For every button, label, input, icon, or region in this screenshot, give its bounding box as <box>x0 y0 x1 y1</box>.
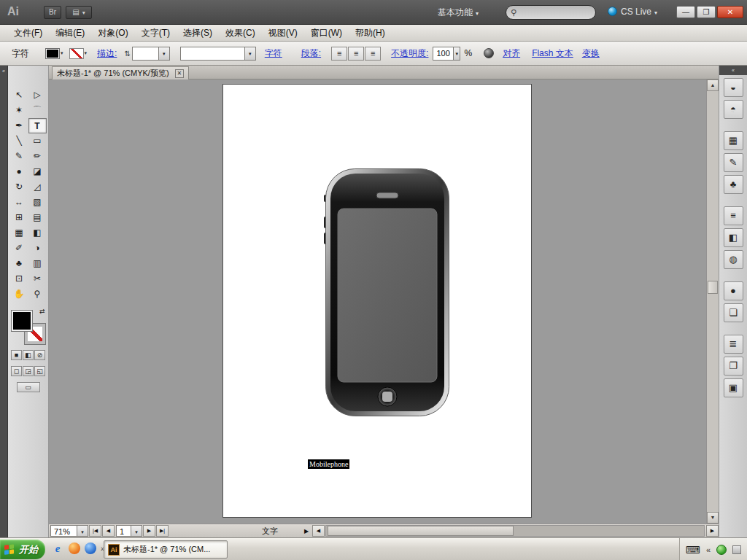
gradient-tool[interactable]: ◧ <box>28 225 47 241</box>
align-left-button[interactable]: ≡ <box>331 47 347 61</box>
next-artboard-button[interactable]: ▶ <box>143 525 155 537</box>
rotate-tool[interactable]: ↻ <box>10 179 28 195</box>
start-button[interactable]: 开始 <box>0 540 45 559</box>
none-mode-button[interactable]: ⊘ <box>34 350 45 360</box>
selected-text-mobilephone[interactable]: Mobilephone <box>308 459 349 469</box>
illustrator-task-button[interactable]: Ai 未标题-1* @ 71% (CM... <box>104 540 228 559</box>
graphic-styles-panel-button[interactable]: ❏ <box>724 303 743 322</box>
zoom-combo[interactable]: 71% ▾ <box>50 525 88 537</box>
bridge-button[interactable]: Br <box>44 6 61 19</box>
menu-effect[interactable]: 效果(C) <box>219 25 262 42</box>
transform-panel-link[interactable]: 变换 <box>582 47 600 60</box>
direct-selection-tool[interactable]: ▷ <box>28 88 47 103</box>
scale-tool[interactable]: ◿ <box>28 179 47 195</box>
stroke-color-swatch[interactable] <box>69 48 84 59</box>
character-panel-link[interactable]: 字符 <box>265 47 282 60</box>
shape-builder-tool[interactable]: ⊞ <box>10 210 28 225</box>
artboard[interactable]: Mobilephone <box>222 84 532 518</box>
draw-inside-button[interactable]: ◱ <box>34 366 45 376</box>
scroll-left-icon[interactable]: ◀ <box>312 525 325 537</box>
minimize-button[interactable]: — <box>676 6 695 18</box>
opacity-combo[interactable]: 100 ▾ <box>433 47 460 61</box>
search-input[interactable]: ⚲ <box>506 5 596 20</box>
align-right-button[interactable]: ≡ <box>365 47 381 61</box>
slice-tool[interactable]: ✂ <box>28 271 47 287</box>
opacity-link[interactable]: 不透明度: <box>391 47 428 60</box>
menu-type[interactable]: 文字(T) <box>135 25 177 42</box>
menu-help[interactable]: 帮助(H) <box>349 25 392 42</box>
free-transform-tool[interactable]: ▧ <box>28 195 47 210</box>
lasso-tool[interactable]: ⌒ <box>28 103 47 118</box>
navigator-panel-button[interactable]: ▣ <box>724 378 743 397</box>
workspace-switcher[interactable]: 基本功能▾ <box>438 7 479 19</box>
rectangle-tool[interactable]: ▭ <box>28 133 47 149</box>
pencil-tool[interactable]: ✏ <box>28 149 47 164</box>
vertical-scrollbar[interactable]: ▲ ▼ <box>706 79 719 524</box>
canvas[interactable]: Mobilephone <box>49 79 706 524</box>
chevron-down-icon[interactable]: ▾ <box>244 47 255 60</box>
gradient-mode-button[interactable]: ◧ <box>23 350 34 360</box>
menu-object[interactable]: 对象(O) <box>91 25 134 42</box>
first-artboard-button[interactable]: |◀ <box>89 525 101 537</box>
transparency-panel-button[interactable]: ◍ <box>724 250 743 269</box>
scroll-right-icon[interactable]: ▶ <box>706 525 719 537</box>
arrange-documents-button[interactable]: ▤▾ <box>66 6 92 19</box>
column-graph-tool[interactable]: ▥ <box>28 256 47 271</box>
messenger-icon[interactable] <box>85 542 96 554</box>
draw-behind-button[interactable]: ◲ <box>23 366 34 376</box>
vertical-scroll-thumb[interactable] <box>708 281 718 294</box>
hand-tool[interactable]: ✋ <box>10 287 28 302</box>
zoom-tool[interactable]: ⚲ <box>28 287 47 302</box>
stroke-weight-combo[interactable]: ▾ <box>132 47 170 61</box>
perspective-grid-tool[interactable]: ▤ <box>28 210 47 225</box>
type-tool[interactable]: T <box>28 118 47 133</box>
horizontal-scroll-thumb[interactable] <box>328 526 514 536</box>
close-button[interactable]: ✕ <box>717 6 743 18</box>
align-center-button[interactable]: ≡ <box>348 47 364 61</box>
restore-button[interactable]: ❐ <box>697 6 716 18</box>
scroll-down-icon[interactable]: ▼ <box>707 512 719 524</box>
stroke-panel-button[interactable]: ≡ <box>724 206 743 225</box>
fill-swatch-large[interactable] <box>12 311 32 331</box>
cs-live-button[interactable]: CS Live▾ <box>608 7 657 17</box>
antivirus-tray-icon[interactable] <box>716 545 727 555</box>
mesh-tool[interactable]: ▦ <box>10 225 28 241</box>
magic-wand-tool[interactable]: ✶ <box>10 103 28 118</box>
symbols-panel-button[interactable]: ♣ <box>724 175 743 194</box>
screen-mode-button[interactable]: ▭ <box>17 382 40 392</box>
chevron-down-icon[interactable]: ▾ <box>77 526 88 536</box>
align-panel-link[interactable]: 对齐 <box>503 47 520 60</box>
scroll-up-icon[interactable]: ▲ <box>707 79 719 91</box>
tray-collapse-icon[interactable]: « <box>706 545 711 554</box>
blob-brush-tool[interactable]: ● <box>10 164 28 179</box>
symbol-sprayer-tool[interactable]: ♣ <box>10 256 28 271</box>
width-tool[interactable]: ↔ <box>10 195 28 210</box>
tab-close-icon[interactable]: ✕ <box>175 69 185 78</box>
last-artboard-button[interactable]: ▶| <box>156 525 169 537</box>
character-style-combo[interactable]: ▾ <box>180 47 256 61</box>
prev-artboard-button[interactable]: ◀ <box>102 525 115 537</box>
input-method-icon[interactable]: ⌨ <box>686 544 700 556</box>
line-segment-tool[interactable]: ╲ <box>10 133 28 149</box>
blend-tool[interactable]: ◑ <box>28 241 47 256</box>
paintbrush-tool[interactable]: ✎ <box>10 149 28 164</box>
stroke-weight-stepper[interactable]: ⇅ <box>124 50 130 58</box>
color-guide-panel-button[interactable]: ◓ <box>724 100 743 119</box>
selection-tool[interactable]: ↖ <box>10 88 28 103</box>
chevron-down-icon[interactable]: ▾ <box>158 47 169 60</box>
swap-fill-stroke-icon[interactable]: ⇄ <box>39 308 45 315</box>
color-mode-button[interactable]: ■ <box>11 350 22 360</box>
status-flyout-icon[interactable]: ▶ <box>301 528 311 534</box>
tray-misc-icon[interactable] <box>732 545 741 554</box>
chevron-down-icon[interactable]: ▾ <box>131 526 142 536</box>
eyedropper-tool[interactable]: ✐ <box>10 241 28 256</box>
menu-window[interactable]: 窗口(W) <box>304 25 349 42</box>
paragraph-panel-link[interactable]: 段落: <box>301 47 321 60</box>
artboard-number-combo[interactable]: 1 ▾ <box>116 525 142 537</box>
menu-select[interactable]: 选择(S) <box>177 25 219 42</box>
firefox-icon[interactable] <box>69 542 80 554</box>
stroke-panel-link[interactable]: 描边: <box>97 47 117 60</box>
swatches-panel-button[interactable]: ▦ <box>724 131 743 150</box>
color-panel-button[interactable]: ◒ <box>724 78 743 97</box>
gradient-panel-button[interactable]: ◧ <box>724 228 743 247</box>
